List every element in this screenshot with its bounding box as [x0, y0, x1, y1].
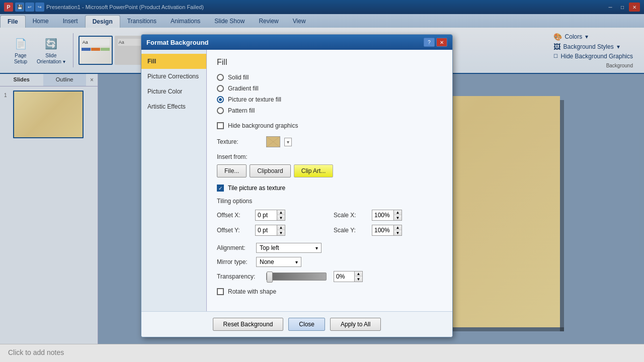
transparency-slider[interactable] — [266, 273, 327, 281]
sidebar-item-artistic-effects[interactable]: Artistic Effects — [141, 99, 206, 114]
scale-y-value[interactable] — [372, 226, 393, 235]
picture-texture-fill-option[interactable]: Picture or texture fill — [217, 96, 442, 103]
gradient-fill-radio[interactable] — [217, 85, 224, 92]
texture-row: Texture: ▾ — [217, 136, 442, 147]
dialog-title: Format Background — [146, 39, 209, 46]
dialog-title-bar: Format Background ? ✕ — [141, 35, 452, 50]
offset-y-label: Offset Y: — [217, 227, 252, 234]
gradient-fill-label: Gradient fill — [228, 85, 259, 92]
transparency-value[interactable] — [334, 272, 354, 281]
solid-fill-radio[interactable] — [217, 74, 224, 81]
offset-y-down[interactable]: ▼ — [277, 230, 285, 235]
scale-x-row: Scale X: ▲ ▼ — [334, 210, 442, 221]
solid-fill-option[interactable]: Solid fill — [217, 74, 442, 81]
insert-from-label: Insert from: — [217, 153, 442, 160]
transparency-input[interactable]: ▲ ▼ — [334, 271, 363, 282]
scale-y-up[interactable]: ▲ — [393, 225, 401, 230]
gradient-fill-option[interactable]: Gradient fill — [217, 85, 442, 92]
alignment-label: Alignment: — [217, 244, 252, 251]
offset-x-spinners[interactable]: ▲ ▼ — [277, 210, 285, 220]
offset-y-up[interactable]: ▲ — [277, 225, 285, 230]
alignment-dropdown-arrow: ▾ — [315, 245, 318, 251]
offset-y-spinners[interactable]: ▲ ▼ — [277, 225, 285, 235]
scale-y-row: Scale Y: ▲ ▼ — [334, 225, 442, 236]
alignment-select[interactable]: Top left ▾ — [256, 243, 321, 253]
mirror-type-label: Mirror type: — [217, 258, 252, 265]
rotate-checkbox[interactable] — [217, 288, 224, 295]
scale-x-input[interactable]: ▲ ▼ — [372, 210, 402, 221]
offset-y-input[interactable]: ▲ ▼ — [255, 225, 285, 236]
transparency-label: Transparency: — [217, 273, 262, 280]
mirror-type-select[interactable]: None ▾ — [256, 257, 301, 267]
transparency-spinners[interactable]: ▲ ▼ — [354, 272, 362, 282]
insert-buttons: File... Clipboard Clip Art... — [217, 164, 442, 177]
offset-x-row: Offset X: ▲ ▼ — [217, 210, 326, 221]
texture-dropdown-arrow: ▾ — [287, 139, 289, 145]
tiling-grid: Offset X: ▲ ▼ Scale X: — [217, 210, 442, 236]
tile-label: Tile picture as texture — [228, 185, 285, 192]
alignment-value: Top left — [260, 244, 279, 251]
clip-art-button[interactable]: Clip Art... — [294, 164, 334, 177]
dialog-footer: Reset Background Close Apply to All — [141, 311, 452, 337]
hide-bg-graphics-row[interactable]: Hide background graphics — [217, 122, 442, 129]
scale-x-down[interactable]: ▼ — [393, 215, 401, 220]
texture-label: Texture: — [217, 138, 262, 145]
offset-x-up[interactable]: ▲ — [277, 210, 285, 215]
mirror-type-value: None — [260, 258, 274, 265]
dialog-overlay: Format Background ? ✕ Fill Picture Corre… — [0, 0, 644, 362]
rotate-with-shape-row[interactable]: Rotate with shape — [217, 288, 442, 295]
tile-checkbox[interactable] — [217, 185, 224, 192]
format-background-dialog: Format Background ? ✕ Fill Picture Corre… — [141, 34, 453, 337]
dialog-body: Fill Picture Corrections Picture Color A… — [141, 50, 452, 311]
transparency-thumb[interactable] — [267, 272, 273, 283]
transparency-up[interactable]: ▲ — [354, 272, 362, 277]
reset-background-button[interactable]: Reset Background — [213, 318, 284, 331]
offset-y-value[interactable] — [256, 226, 277, 235]
solid-fill-label: Solid fill — [228, 74, 249, 81]
scale-x-value[interactable] — [372, 211, 393, 220]
offset-y-row: Offset Y: ▲ ▼ — [217, 225, 326, 236]
offset-x-label: Offset X: — [217, 212, 252, 219]
rotate-label: Rotate with shape — [228, 288, 276, 295]
hide-bg-label: Hide background graphics — [228, 122, 298, 129]
scale-y-spinners[interactable]: ▲ ▼ — [393, 225, 401, 235]
dialog-content: Fill Solid fill Gradient fill Picture or… — [207, 50, 452, 311]
dialog-sidebar: Fill Picture Corrections Picture Color A… — [141, 50, 207, 311]
scale-x-spinners[interactable]: ▲ ▼ — [393, 210, 401, 220]
picture-texture-fill-radio[interactable] — [217, 96, 224, 103]
dialog-help-button[interactable]: ? — [424, 38, 435, 47]
offset-x-down[interactable]: ▼ — [277, 215, 285, 220]
clipboard-button[interactable]: Clipboard — [250, 164, 290, 177]
close-dialog-button[interactable]: Close — [288, 318, 325, 331]
mirror-type-row: Mirror type: None ▾ — [217, 257, 442, 267]
scale-x-up[interactable]: ▲ — [393, 210, 401, 215]
sidebar-item-picture-color[interactable]: Picture Color — [141, 84, 206, 99]
scale-y-input[interactable]: ▲ ▼ — [372, 225, 402, 236]
dialog-controls: ? ✕ — [424, 38, 447, 47]
fill-options: Solid fill Gradient fill Picture or text… — [217, 74, 442, 114]
sidebar-item-picture-corrections[interactable]: Picture Corrections — [141, 69, 206, 84]
pattern-fill-label: Pattern fill — [228, 107, 255, 114]
pattern-fill-radio[interactable] — [217, 107, 224, 114]
dialog-close-button[interactable]: ✕ — [436, 38, 447, 47]
file-button[interactable]: File... — [217, 164, 247, 177]
transparency-down[interactable]: ▼ — [354, 277, 362, 282]
transparency-row: Transparency: ▲ ▼ — [217, 271, 442, 282]
scale-y-label: Scale Y: — [334, 227, 369, 234]
alignment-row: Alignment: Top left ▾ — [217, 243, 442, 253]
texture-dropdown[interactable]: ▾ — [284, 138, 292, 146]
scale-y-down[interactable]: ▼ — [393, 230, 401, 235]
texture-preview — [266, 136, 280, 147]
pattern-fill-option[interactable]: Pattern fill — [217, 107, 442, 114]
sidebar-item-fill[interactable]: Fill — [141, 54, 206, 69]
mirror-dropdown-arrow: ▾ — [295, 259, 298, 265]
section-title: Fill — [217, 58, 442, 67]
tile-picture-row[interactable]: Tile picture as texture — [217, 185, 442, 192]
hide-bg-checkbox[interactable] — [217, 122, 224, 129]
apply-to-all-button[interactable]: Apply to All — [330, 318, 381, 331]
picture-texture-fill-label: Picture or texture fill — [228, 96, 281, 103]
offset-x-value[interactable] — [256, 211, 277, 220]
scale-x-label: Scale X: — [334, 212, 369, 219]
tiling-options-label: Tiling options — [217, 198, 442, 205]
offset-x-input[interactable]: ▲ ▼ — [255, 210, 285, 221]
